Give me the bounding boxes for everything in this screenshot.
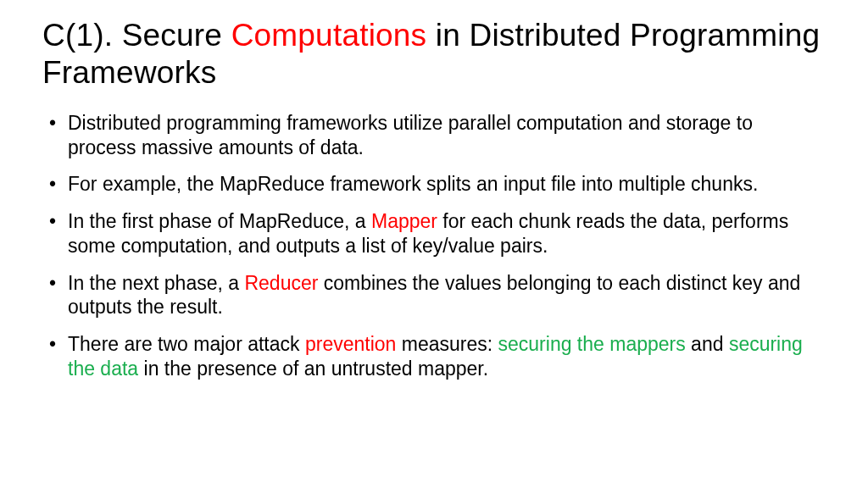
text-run: measures: xyxy=(396,333,498,355)
title-pre: C(1). Secure xyxy=(42,18,231,53)
text-run: Distributed programming frameworks utili… xyxy=(68,112,753,158)
list-item: In the next phase, a Reducer combines th… xyxy=(42,271,826,320)
text-run: In the next phase, a xyxy=(68,272,244,294)
text-run: Reducer xyxy=(244,272,318,294)
text-run: For example, the MapReduce framework spl… xyxy=(68,173,758,195)
list-item: There are two major attack prevention me… xyxy=(42,332,826,381)
bullet-list: Distributed programming frameworks utili… xyxy=(42,111,826,381)
list-item: For example, the MapReduce framework spl… xyxy=(42,172,826,197)
list-item: Distributed programming frameworks utili… xyxy=(42,111,826,160)
text-run: Mapper xyxy=(371,210,437,232)
title-highlight: Computations xyxy=(231,18,427,53)
text-run: There are two major attack xyxy=(68,333,305,355)
slide-title: C(1). Secure Computations in Distributed… xyxy=(42,17,826,92)
text-run: in the presence of an untrusted mapper. xyxy=(138,358,488,380)
text-run: In the first phase of MapReduce, a xyxy=(68,210,371,232)
text-run: prevention xyxy=(305,333,396,355)
text-run: securing the mappers xyxy=(498,333,686,355)
slide: C(1). Secure Computations in Distributed… xyxy=(0,0,868,488)
list-item: In the first phase of MapReduce, a Mappe… xyxy=(42,209,826,258)
text-run: and xyxy=(686,333,729,355)
